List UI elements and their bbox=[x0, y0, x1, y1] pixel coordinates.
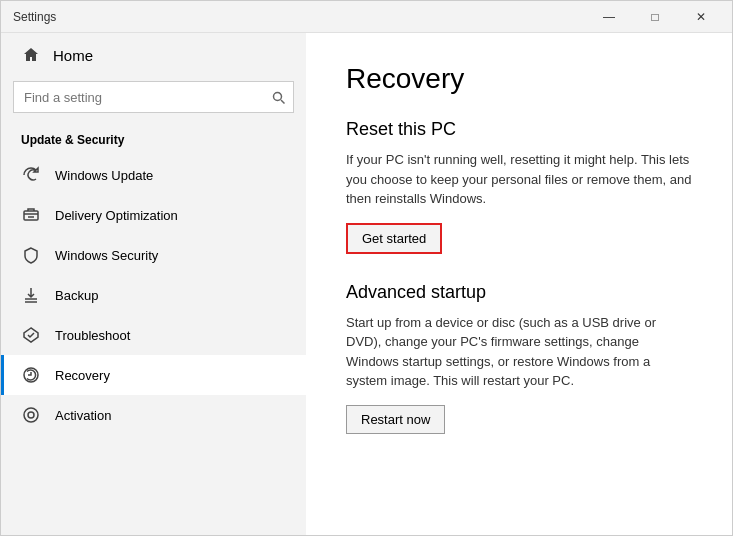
get-started-button[interactable]: Get started bbox=[346, 223, 442, 254]
activation-icon bbox=[21, 405, 41, 425]
sidebar-item-label: Delivery Optimization bbox=[55, 208, 178, 223]
search-input[interactable] bbox=[13, 81, 294, 113]
sidebar-item-label: Windows Security bbox=[55, 248, 158, 263]
window-title: Settings bbox=[13, 10, 56, 24]
recovery-icon bbox=[21, 365, 41, 385]
sidebar-item-windows-update[interactable]: Windows Update bbox=[1, 155, 306, 195]
sidebar-item-activation[interactable]: Activation bbox=[1, 395, 306, 435]
window-controls: — □ ✕ bbox=[586, 1, 724, 33]
sidebar-item-troubleshoot[interactable]: Troubleshoot bbox=[1, 315, 306, 355]
page-title: Recovery bbox=[346, 63, 692, 95]
sidebar-item-home[interactable]: Home bbox=[1, 33, 306, 77]
reset-pc-description: If your PC isn't running well, resetting… bbox=[346, 150, 692, 209]
restart-now-button[interactable]: Restart now bbox=[346, 405, 445, 434]
delivery-icon bbox=[21, 205, 41, 225]
update-icon bbox=[21, 165, 41, 185]
sidebar-home-label: Home bbox=[53, 47, 93, 64]
maximize-button[interactable]: □ bbox=[632, 1, 678, 33]
sidebar-item-label: Recovery bbox=[55, 368, 110, 383]
sidebar: Home Update & Security bbox=[1, 33, 306, 535]
close-button[interactable]: ✕ bbox=[678, 1, 724, 33]
shield-icon bbox=[21, 245, 41, 265]
sidebar-item-label: Backup bbox=[55, 288, 98, 303]
search-box bbox=[13, 81, 294, 113]
titlebar: Settings — □ ✕ bbox=[1, 1, 732, 33]
advanced-startup-description: Start up from a device or disc (such as … bbox=[346, 313, 692, 391]
svg-point-5 bbox=[24, 408, 38, 422]
sidebar-item-backup[interactable]: Backup bbox=[1, 275, 306, 315]
reset-pc-title: Reset this PC bbox=[346, 119, 692, 140]
advanced-startup-title: Advanced startup bbox=[346, 282, 692, 303]
minimize-button[interactable]: — bbox=[586, 1, 632, 33]
sidebar-item-windows-security[interactable]: Windows Security bbox=[1, 235, 306, 275]
sidebar-item-label: Troubleshoot bbox=[55, 328, 130, 343]
sidebar-item-label: Activation bbox=[55, 408, 111, 423]
svg-point-6 bbox=[28, 412, 34, 418]
settings-window: Settings — □ ✕ Home bbox=[0, 0, 733, 536]
sidebar-item-delivery-optimization[interactable]: Delivery Optimization bbox=[1, 195, 306, 235]
search-icon-button[interactable] bbox=[262, 81, 294, 113]
svg-point-0 bbox=[273, 92, 281, 100]
backup-icon bbox=[21, 285, 41, 305]
svg-rect-2 bbox=[24, 211, 38, 220]
troubleshoot-icon bbox=[21, 325, 41, 345]
sidebar-section-header: Update & Security bbox=[1, 125, 306, 155]
sidebar-item-recovery[interactable]: Recovery bbox=[1, 355, 306, 395]
sidebar-item-label: Windows Update bbox=[55, 168, 153, 183]
home-icon bbox=[21, 45, 41, 65]
content-area: Home Update & Security bbox=[1, 33, 732, 535]
main-content: Recovery Reset this PC If your PC isn't … bbox=[306, 33, 732, 535]
search-icon bbox=[272, 91, 285, 104]
svg-line-1 bbox=[281, 100, 285, 104]
